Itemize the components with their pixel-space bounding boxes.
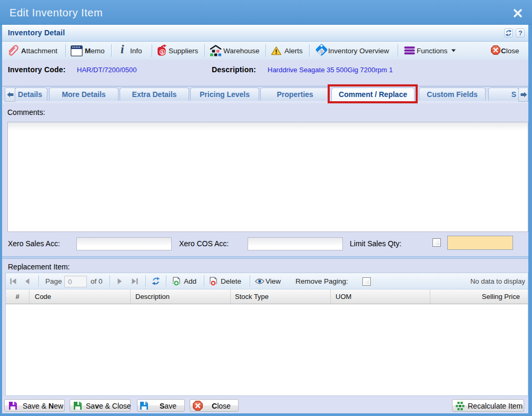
svg-text:$: $ [161, 49, 164, 55]
